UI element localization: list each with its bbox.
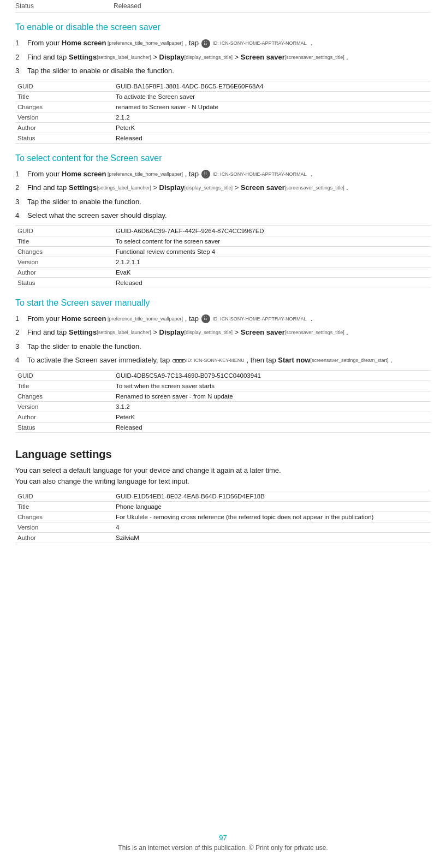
page-number: 97 [0, 834, 446, 842]
list-item: 4 Select what the screen saver should di… [15, 210, 431, 221]
status-label: Status [15, 2, 114, 10]
table-row: StatusReleased [15, 422, 431, 432]
section1-heading: To enable or disable the screen saver [15, 22, 431, 32]
table-row: AuthorEvaK [15, 267, 431, 277]
copyright-text: This is an internet version of this publ… [118, 844, 328, 852]
list-item: 2 Find and tap Settings[settings_label_l… [15, 327, 431, 338]
page-content: Status Released To enable or disable the… [0, 0, 446, 587]
table-row: Changesrenamed to Screen saver - N Updat… [15, 102, 431, 112]
table-row: AuthorSzilviaM [15, 533, 431, 543]
home-screen-bold: Home screen [62, 39, 106, 47]
table-row: GUIDGUID-BA15F8F1-3801-4ADC-B6C5-E7B6E60… [15, 81, 431, 91]
section2-metadata: GUIDGUID-A6D6AC39-7AEF-442F-9264-87C4CC9… [15, 225, 431, 288]
table-row: AuthorPeterK [15, 122, 431, 133]
section-select-content: To select content for the Screen saver 1… [15, 153, 431, 288]
list-item: 3 Tap the slider to enable the function. [15, 341, 431, 352]
section2-heading: To select content for the Screen saver [15, 153, 431, 163]
table-row: ChangesFunctional review comments Step 4 [15, 246, 431, 257]
table-row: GUIDGUID-4DB5C5A9-7C13-4690-B079-51CC040… [15, 370, 431, 381]
language-metadata: GUIDGUID-E1D54EB1-8E02-4EA8-B64D-F1D56D4… [15, 491, 431, 543]
list-item: 1 From your Home screen [preference_titl… [15, 313, 431, 324]
key-menu-icon [173, 359, 186, 362]
list-item: 4 To activate the Screen saver immediate… [15, 355, 431, 366]
table-row: Version4 [15, 522, 431, 533]
section3-heading: To start the Screen saver manually [15, 298, 431, 308]
list-item: 1 From your Home screen [preference_titl… [15, 169, 431, 180]
status-value: Released [114, 2, 141, 10]
list-item: 2 Find and tap Settings[settings_label_l… [15, 52, 431, 63]
table-row: GUIDGUID-E1D54EB1-8E02-4EA8-B64D-F1D56D4… [15, 491, 431, 502]
table-row: TitleTo activate the Screen saver [15, 91, 431, 102]
apptray-icon: ⠿ [201, 39, 210, 48]
language-heading: Language settings [15, 448, 431, 461]
language-description: You can select a default language for yo… [15, 465, 431, 488]
section-start-manually: To start the Screen saver manually 1 Fro… [15, 298, 431, 433]
table-row: ChangesRenamed to screen saver - from N … [15, 391, 431, 401]
table-row: StatusReleased [15, 277, 431, 288]
top-status-row: Status Released [15, 0, 431, 13]
table-row: TitleTo set when the screen saver starts [15, 381, 431, 391]
apptray-icon: ⠿ [201, 170, 210, 179]
table-row: TitleTo select content for the screen sa… [15, 236, 431, 246]
list-item: 3 Tap the slider to enable or disable th… [15, 66, 431, 76]
section1-metadata: GUIDGUID-BA15F8F1-3801-4ADC-B6C5-E7B6E60… [15, 81, 431, 144]
table-row: StatusReleased [15, 133, 431, 143]
list-item: 2 Find and tap Settings[settings_label_l… [15, 182, 431, 193]
table-row: Version2.1.2 [15, 112, 431, 122]
section3-steps: 1 From your Home screen [preference_titl… [15, 313, 431, 366]
table-row: ChangesFor Ukulele - removing cross refe… [15, 512, 431, 522]
table-row: Version2.1.2.1.1 [15, 257, 431, 267]
section-enable-disable: To enable or disable the screen saver 1 … [15, 22, 431, 144]
page-footer: 97 This is an internet version of this p… [0, 834, 446, 852]
apptray-icon: ⠿ [201, 314, 210, 323]
section3-metadata: GUIDGUID-4DB5C5A9-7C13-4690-B079-51CC040… [15, 370, 431, 433]
list-item: 3 Tap the slider to enable the function. [15, 197, 431, 207]
table-row: Version3.1.2 [15, 401, 431, 412]
list-item: 1 From your Home screen [preference_titl… [15, 38, 431, 49]
table-row: AuthorPeterK [15, 412, 431, 422]
section2-steps: 1 From your Home screen [preference_titl… [15, 169, 431, 221]
section1-steps: 1 From your Home screen [preference_titl… [15, 38, 431, 76]
table-row: TitlePhone language [15, 502, 431, 512]
language-settings-section: Language settings You can select a defau… [15, 448, 431, 544]
table-row: GUIDGUID-A6D6AC39-7AEF-442F-9264-87C4CC9… [15, 225, 431, 236]
